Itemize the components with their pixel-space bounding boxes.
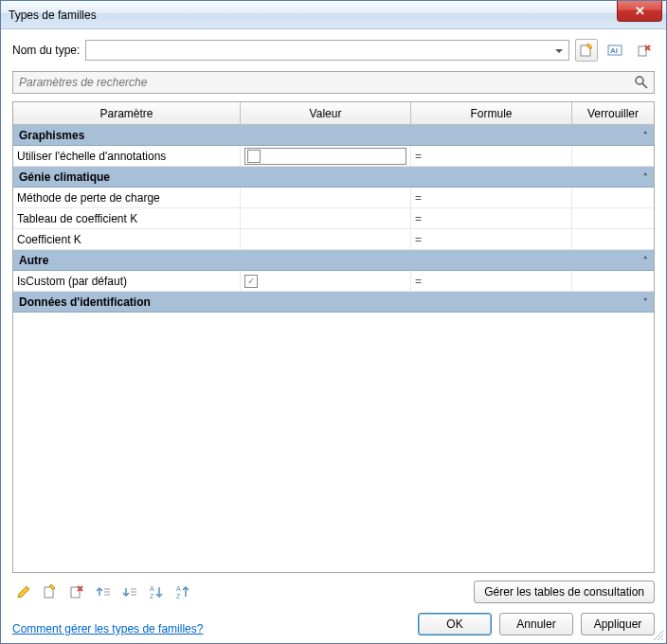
param-name-cell[interactable]: IsCustom (par défaut) bbox=[13, 271, 241, 291]
svg-line-31 bbox=[661, 638, 663, 640]
type-name-row: Nom du type: AI bbox=[12, 39, 655, 62]
parameter-grid: Paramètre Valeur Formule Verrouiller Gra… bbox=[12, 101, 655, 573]
move-up-icon bbox=[96, 584, 111, 599]
chevron-expand-icon: ˅ bbox=[643, 297, 648, 307]
close-icon: ✕ bbox=[635, 4, 645, 18]
chevron-collapse-icon: ˄ bbox=[643, 256, 648, 265]
cancel-button[interactable]: Annuler bbox=[499, 613, 573, 635]
dialog-content: Nom du type: AI Paramètre Valeur Formule bbox=[1, 29, 666, 643]
param-value-cell[interactable] bbox=[241, 146, 411, 166]
param-row: Coefficient K= bbox=[13, 229, 654, 250]
checkbox[interactable] bbox=[247, 150, 261, 163]
col-header-formula[interactable]: Formule bbox=[411, 102, 572, 124]
rename-type-icon: AI bbox=[607, 43, 622, 58]
move-up-button[interactable] bbox=[92, 581, 115, 603]
chevron-collapse-icon: ˄ bbox=[643, 172, 648, 182]
col-header-value[interactable]: Valeur bbox=[241, 102, 411, 124]
grid-header: Paramètre Valeur Formule Verrouiller bbox=[13, 102, 654, 125]
group-name: Génie climatique bbox=[19, 170, 110, 184]
ok-button[interactable]: OK bbox=[418, 613, 492, 635]
group-name: Données d'identification bbox=[19, 295, 151, 309]
param-row: Utiliser l'échelle d'annotations= bbox=[13, 146, 654, 167]
parameter-toolbar: AZ AZ Gérer les tables de consultation bbox=[12, 581, 655, 603]
group-header[interactable]: Autre˄ bbox=[13, 250, 654, 271]
edit-param-button[interactable] bbox=[12, 581, 35, 603]
svg-marker-9 bbox=[18, 586, 29, 598]
lookup-tables-button[interactable]: Gérer les tables de consultation bbox=[474, 581, 655, 603]
svg-text:A: A bbox=[176, 585, 181, 592]
svg-line-8 bbox=[642, 83, 647, 88]
param-value-cell[interactable] bbox=[241, 271, 411, 291]
sort-asc-icon: AZ bbox=[149, 584, 164, 599]
delete-param-icon bbox=[69, 584, 84, 599]
delete-param-button[interactable] bbox=[65, 581, 88, 603]
group-header[interactable]: Données d'identification˅ bbox=[13, 292, 654, 313]
svg-point-7 bbox=[636, 77, 643, 84]
close-button[interactable]: ✕ bbox=[617, 1, 662, 22]
family-types-dialog: Types de familles ✕ Nom du type: AI bbox=[0, 0, 667, 644]
param-lock-cell[interactable] bbox=[572, 146, 654, 166]
type-name-dropdown[interactable] bbox=[85, 40, 569, 61]
group-header[interactable]: Graphismes˄ bbox=[13, 125, 654, 146]
svg-text:Z: Z bbox=[150, 593, 154, 599]
new-type-icon bbox=[579, 43, 594, 58]
svg-text:Z: Z bbox=[176, 593, 181, 599]
dialog-footer: Comment gérer les types de familles? OK … bbox=[12, 613, 655, 635]
sort-desc-icon: AZ bbox=[175, 584, 190, 599]
grid-body: Graphismes˄Utiliser l'échelle d'annotati… bbox=[13, 125, 654, 572]
search-input[interactable] bbox=[12, 71, 655, 94]
search-icon[interactable] bbox=[632, 73, 651, 92]
param-name-cell[interactable]: Tableau de coefficient K bbox=[13, 208, 241, 228]
col-header-param[interactable]: Paramètre bbox=[13, 102, 241, 124]
param-row: IsCustom (par défaut)= bbox=[13, 271, 654, 292]
svg-rect-4 bbox=[639, 46, 646, 56]
new-param-icon bbox=[43, 584, 58, 599]
param-value-cell[interactable] bbox=[241, 208, 411, 228]
window-title: Types de familles bbox=[9, 9, 97, 22]
col-header-lock[interactable]: Verrouiller bbox=[572, 102, 654, 124]
edit-icon bbox=[16, 584, 31, 599]
search-row bbox=[12, 71, 655, 94]
sort-desc-button[interactable]: AZ bbox=[171, 581, 194, 603]
param-formula-cell[interactable]: = bbox=[411, 188, 572, 207]
svg-text:AI: AI bbox=[610, 46, 618, 55]
help-link[interactable]: Comment gérer les types de familles? bbox=[12, 622, 203, 635]
delete-type-icon bbox=[636, 43, 651, 58]
new-param-button[interactable] bbox=[39, 581, 62, 603]
param-lock-cell[interactable] bbox=[572, 188, 654, 207]
apply-button[interactable]: Appliquer bbox=[581, 613, 655, 635]
param-name-cell[interactable]: Utiliser l'échelle d'annotations bbox=[13, 146, 241, 166]
group-name: Graphismes bbox=[19, 129, 84, 142]
svg-rect-12 bbox=[71, 587, 80, 598]
param-name-cell[interactable]: Méthode de perte de charge bbox=[13, 188, 241, 207]
param-row: Méthode de perte de charge= bbox=[13, 188, 654, 208]
param-formula-cell[interactable]: = bbox=[411, 229, 572, 249]
param-value-cell[interactable] bbox=[241, 229, 411, 249]
param-name-cell[interactable]: Coefficient K bbox=[13, 229, 241, 249]
param-lock-cell[interactable] bbox=[572, 208, 654, 228]
chevron-collapse-icon: ˄ bbox=[643, 131, 648, 140]
param-lock-cell[interactable] bbox=[572, 229, 654, 249]
type-name-label: Nom du type: bbox=[12, 44, 80, 57]
param-lock-cell[interactable] bbox=[572, 271, 654, 291]
param-value-cell[interactable] bbox=[241, 188, 411, 207]
titlebar: Types de familles ✕ bbox=[1, 1, 666, 29]
checkbox[interactable] bbox=[244, 275, 258, 288]
rename-type-button[interactable]: AI bbox=[604, 39, 626, 62]
lookup-tables-label: Gérer les tables de consultation bbox=[484, 585, 644, 599]
sort-asc-button[interactable]: AZ bbox=[145, 581, 168, 603]
resize-grip[interactable] bbox=[651, 628, 664, 641]
param-formula-cell[interactable]: = bbox=[411, 146, 572, 166]
param-formula-cell[interactable]: = bbox=[411, 271, 572, 291]
group-header[interactable]: Génie climatique˄ bbox=[13, 167, 654, 188]
svg-text:A: A bbox=[150, 585, 154, 592]
new-type-button[interactable] bbox=[575, 39, 598, 62]
param-formula-cell[interactable]: = bbox=[411, 208, 572, 228]
value-editor[interactable] bbox=[244, 148, 406, 165]
delete-type-button[interactable] bbox=[632, 39, 655, 62]
param-row: Tableau de coefficient K= bbox=[13, 208, 654, 229]
move-down-button[interactable] bbox=[118, 581, 141, 603]
move-down-icon bbox=[122, 584, 137, 599]
group-name: Autre bbox=[19, 254, 48, 267]
